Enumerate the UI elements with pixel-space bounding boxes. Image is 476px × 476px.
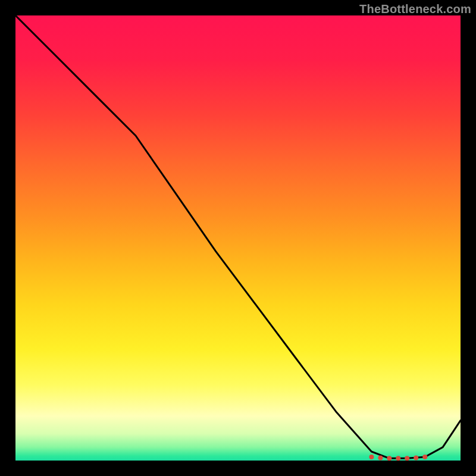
plot-area	[15, 15, 461, 461]
valley-marker	[405, 456, 409, 461]
chart-svg	[15, 15, 461, 461]
valley-marker	[414, 456, 418, 461]
data-curve	[15, 15, 461, 458]
chart-frame: TheBottleneck.com	[0, 0, 476, 476]
valley-marker	[369, 455, 374, 459]
watermark-text: TheBottleneck.com	[359, 2, 471, 16]
valley-marker	[422, 455, 427, 459]
valley-marker	[387, 456, 392, 461]
valley-marker	[396, 456, 400, 461]
valley-marker	[378, 456, 383, 461]
curve-layer	[15, 15, 461, 458]
